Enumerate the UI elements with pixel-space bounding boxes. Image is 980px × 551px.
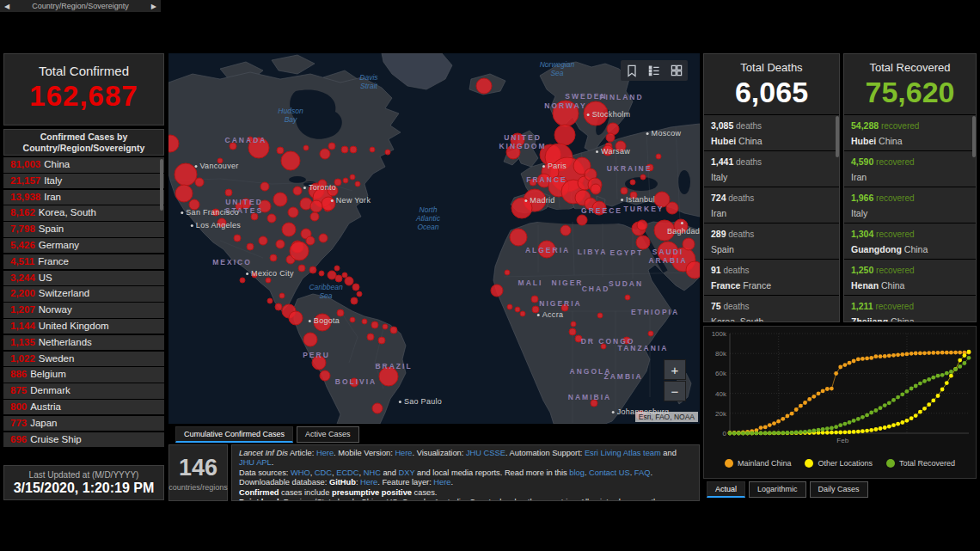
chart-data-point[interactable] xyxy=(786,414,790,419)
chart-data-point[interactable] xyxy=(728,432,732,436)
confirmed-country-row[interactable]: 81,003China xyxy=(3,157,164,173)
chart-data-point[interactable] xyxy=(817,428,821,432)
case-bubble[interactable] xyxy=(666,202,678,214)
case-bubble[interactable] xyxy=(379,367,398,386)
case-bubble[interactable] xyxy=(378,337,385,344)
chart-data-point[interactable] xyxy=(861,429,865,433)
case-bubble[interactable] xyxy=(530,179,536,186)
deaths-row[interactable]: 75 deathsKorea, South xyxy=(704,295,839,322)
case-bubble[interactable] xyxy=(560,225,571,236)
case-bubble[interactable] xyxy=(270,254,277,261)
deaths-row[interactable]: 724 deathsIran xyxy=(704,187,839,223)
confirmed-country-row[interactable]: 696Cruise Ship xyxy=(3,432,164,448)
case-bubble[interactable] xyxy=(505,270,510,275)
pager-next-icon[interactable]: ▶ xyxy=(151,3,156,10)
case-bubble[interactable] xyxy=(656,154,661,159)
chart-data-point[interactable] xyxy=(861,415,865,419)
chart-data-point[interactable] xyxy=(910,387,914,391)
info-link[interactable]: WHO xyxy=(291,468,310,477)
chart-data-point[interactable] xyxy=(838,423,842,427)
case-bubble[interactable] xyxy=(281,151,300,170)
info-link[interactable]: JHU APL xyxy=(239,458,272,467)
info-link[interactable]: Contact US xyxy=(589,468,630,477)
case-bubble[interactable] xyxy=(532,306,539,313)
chart-data-point[interactable] xyxy=(852,419,856,423)
chart-data-point[interactable] xyxy=(834,371,838,376)
chart-data-point[interactable] xyxy=(887,401,891,405)
case-bubble[interactable] xyxy=(335,275,342,282)
case-bubble[interactable] xyxy=(591,400,597,407)
deaths-scrollbar[interactable] xyxy=(836,116,839,157)
chart-tab-logarithmic[interactable]: Logarithmic xyxy=(749,481,806,498)
case-bubble[interactable] xyxy=(225,189,232,196)
confirmed-country-row[interactable]: 21,157Italy xyxy=(3,174,164,189)
case-bubble[interactable] xyxy=(350,174,355,180)
chart-data-point[interactable] xyxy=(936,394,940,398)
case-bubble[interactable] xyxy=(654,220,675,241)
case-bubble[interactable] xyxy=(312,356,326,370)
chart-data-point[interactable] xyxy=(794,431,799,435)
chart-data-point[interactable] xyxy=(874,354,879,358)
case-bubble[interactable] xyxy=(646,164,653,171)
chart-data-point[interactable] xyxy=(918,352,922,356)
confirmed-country-row[interactable]: 3,244US xyxy=(3,271,164,286)
deaths-row[interactable]: 3,085 deathsHubei China xyxy=(704,114,839,150)
chart-data-point[interactable] xyxy=(781,431,785,435)
case-bubble[interactable] xyxy=(370,147,375,152)
case-bubble[interactable] xyxy=(240,278,245,283)
deaths-row[interactable]: 1,441 deathsItaly xyxy=(704,150,839,187)
chart-data-point[interactable] xyxy=(790,431,794,435)
info-link[interactable]: Esri Living Atlas team xyxy=(585,449,661,457)
chart-data-point[interactable] xyxy=(967,350,971,354)
recovered-row[interactable]: 1,250 recoveredHenan China xyxy=(844,259,976,295)
chart-data-point[interactable] xyxy=(794,407,799,412)
chart-data-point[interactable] xyxy=(821,389,825,394)
chart-data-point[interactable] xyxy=(848,430,852,434)
chart-data-point[interactable] xyxy=(900,392,904,396)
chart-data-point[interactable] xyxy=(781,417,785,421)
case-bubble[interactable] xyxy=(686,261,700,279)
chart-tab-daily-cases[interactable]: Daily Cases xyxy=(810,481,868,498)
world-map[interactable]: Norwegian SeaDavis StraitHudson BayNorth… xyxy=(168,53,700,424)
case-bubble[interactable] xyxy=(343,178,348,183)
case-bubble[interactable] xyxy=(328,271,336,279)
case-bubble[interactable] xyxy=(352,284,359,291)
case-bubble[interactable] xyxy=(328,143,335,150)
case-bubble[interactable] xyxy=(212,209,219,216)
chart-data-point[interactable] xyxy=(750,432,754,436)
case-bubble[interactable] xyxy=(267,214,276,223)
chart-data-point[interactable] xyxy=(918,410,922,414)
case-bubble[interactable] xyxy=(625,295,630,300)
chart-data-point[interactable] xyxy=(922,407,927,411)
chart-data-point[interactable] xyxy=(949,374,953,378)
info-link[interactable]: ECDC xyxy=(336,468,358,477)
chart-data-point[interactable] xyxy=(887,353,891,358)
case-bubble[interactable] xyxy=(251,213,258,220)
chart-data-point[interactable] xyxy=(768,423,772,427)
chart-data-point[interactable] xyxy=(958,364,962,369)
chart-data-point[interactable] xyxy=(945,381,949,385)
case-bubble[interactable] xyxy=(350,317,355,322)
case-bubble[interactable] xyxy=(623,337,630,344)
chart-data-point[interactable] xyxy=(825,431,830,435)
case-bubble[interactable] xyxy=(314,314,331,331)
info-link[interactable]: Here xyxy=(433,478,450,487)
chart-data-point[interactable] xyxy=(869,356,873,360)
case-bubble[interactable] xyxy=(236,203,242,210)
case-bubble[interactable] xyxy=(273,193,287,206)
chart-data-point[interactable] xyxy=(914,352,918,356)
legend-item[interactable]: Total Recovered xyxy=(886,459,955,468)
case-bubble[interactable] xyxy=(507,304,512,309)
case-bubble[interactable] xyxy=(385,150,390,155)
case-bubble[interactable] xyxy=(310,200,322,212)
confirmed-list-scrollbar[interactable] xyxy=(160,159,163,211)
chart-data-point[interactable] xyxy=(891,398,896,402)
case-bubble[interactable] xyxy=(506,145,520,159)
case-bubble[interactable] xyxy=(234,235,241,242)
case-bubble[interactable] xyxy=(303,333,317,346)
chart-data-point[interactable] xyxy=(759,432,763,436)
chart-data-point[interactable] xyxy=(848,420,852,425)
chart-data-point[interactable] xyxy=(763,425,768,430)
case-bubble[interactable] xyxy=(683,238,695,250)
chart-data-point[interactable] xyxy=(967,356,971,360)
